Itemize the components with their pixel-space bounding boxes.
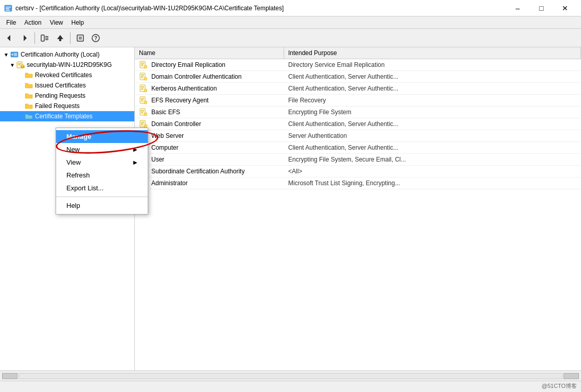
- ctx-item-help[interactable]: Help: [56, 199, 148, 212]
- maximize-button[interactable]: □: [530, 0, 553, 16]
- help-button[interactable]: ?: [89, 31, 103, 45]
- folder-icon-issued: [25, 81, 33, 90]
- svg-point-52: [144, 113, 147, 116]
- toolbar-sep-1: [34, 32, 35, 44]
- header-purpose[interactable]: Intended Purpose: [284, 47, 581, 59]
- ctx-item-export-list---[interactable]: Export List...: [56, 182, 148, 194]
- template-name: Kerberos Authentication: [151, 85, 217, 92]
- close-button[interactable]: ✕: [553, 0, 577, 16]
- header-name[interactable]: Name: [135, 47, 284, 59]
- tree-item-templates[interactable]: Certificate Templates: [0, 111, 134, 121]
- horizontal-scrollbar[interactable]: [19, 373, 562, 379]
- tree-root: ▼ Certification Authority (Local) ▼: [0, 47, 134, 123]
- up-button[interactable]: [53, 31, 67, 45]
- scrollbar-right-btn[interactable]: [564, 373, 579, 379]
- tree-item-server[interactable]: ▼ CA securitylab-WIN-1U2RD95K9G: [0, 60, 134, 70]
- ctx-item-label: Refresh: [66, 171, 90, 179]
- list-cell-name: User: [135, 154, 284, 165]
- minimize-button[interactable]: –: [506, 0, 530, 16]
- list-item[interactable]: AdministratorMicrosoft Trust List Signin…: [135, 177, 581, 189]
- template-name: Domain Controller Authentication: [151, 73, 241, 80]
- list-item[interactable]: EFS Recovery AgentFile Recovery: [135, 95, 581, 106]
- back-button[interactable]: [2, 31, 16, 45]
- ctx-item-label: Help: [66, 202, 80, 209]
- list-cell-purpose: Client Authentication, Server Authentic.…: [284, 118, 581, 130]
- list-cell-purpose: Microsoft Trust List Signing, Encrypting…: [284, 177, 581, 189]
- pending-expand: [16, 93, 25, 99]
- tree-item-pending[interactable]: Pending Requests: [0, 91, 134, 101]
- ctx-item-refresh[interactable]: Refresh: [56, 169, 148, 182]
- show-hide-button[interactable]: [38, 31, 52, 45]
- export-button[interactable]: [73, 31, 87, 45]
- template-name: User: [151, 156, 164, 163]
- templates-label: Certificate Templates: [35, 113, 93, 120]
- server-expand-icon: ▼: [8, 62, 16, 68]
- help-icon: ?: [92, 34, 100, 42]
- menu-help[interactable]: Help: [67, 18, 89, 27]
- back-icon: [5, 34, 13, 42]
- svg-rect-51: [141, 113, 143, 113]
- svg-rect-3: [6, 10, 10, 11]
- svg-point-47: [144, 101, 147, 104]
- menu-file[interactable]: File: [2, 18, 20, 27]
- forward-button[interactable]: [17, 31, 32, 45]
- svg-rect-45: [141, 100, 144, 100]
- templates-expand: [16, 114, 25, 119]
- list-item[interactable]: ComputerClient Authentication, Server Au…: [135, 142, 581, 154]
- list-item[interactable]: UserEncrypting File System, Secure Email…: [135, 154, 581, 166]
- list-cell-purpose: Directory Service Email Replication: [284, 59, 581, 70]
- template-name: EFS Recovery Agent: [151, 97, 208, 104]
- context-menu: ManageNew▶View▶RefreshExport List...Help: [56, 128, 148, 215]
- list-item[interactable]: Web ServerServer Authentication: [135, 130, 581, 142]
- svg-rect-55: [141, 123, 144, 124]
- list-cell-name: Web Server: [135, 130, 284, 141]
- tree-item-root[interactable]: ▼ Certification Authority (Local): [0, 49, 134, 60]
- svg-marker-4: [7, 35, 10, 41]
- list-item[interactable]: Domain Controller AuthenticationClient A…: [135, 71, 581, 83]
- folder-icon-pending: [25, 92, 33, 100]
- menu-view[interactable]: View: [46, 18, 67, 27]
- list-cell-name: Subordinate Certification Authority: [135, 166, 284, 177]
- svg-rect-50: [141, 112, 144, 112]
- list-cell-name: Basic EFS: [135, 106, 284, 118]
- scrollbar-left-btn[interactable]: [2, 373, 17, 379]
- list-item[interactable]: Domain ControllerClient Authentication, …: [135, 118, 581, 130]
- menu-action[interactable]: Action: [20, 18, 45, 27]
- svg-rect-11: [59, 39, 61, 41]
- svg-rect-31: [141, 65, 143, 66]
- svg-rect-41: [141, 89, 143, 90]
- ctx-item-label: Manage: [66, 133, 91, 140]
- right-panel: Name Intended Purpose Directory Email Re…: [135, 47, 581, 370]
- tree-item-revoked[interactable]: Revoked Certificates: [0, 70, 134, 80]
- list-cell-purpose: Client Authentication, Server Authentic.…: [284, 71, 581, 82]
- scroll-area: [0, 370, 581, 381]
- ctx-separator: [56, 197, 148, 197]
- template-icon: [139, 96, 147, 104]
- svg-rect-29: [141, 63, 144, 63]
- tree-item-failed[interactable]: Failed Requests: [0, 101, 134, 111]
- svg-marker-5: [24, 35, 27, 41]
- folder-icon-revoked: [25, 71, 33, 79]
- list-cell-name: Domain Controller: [135, 118, 284, 130]
- list-cell-name: Computer: [135, 142, 284, 153]
- list-cell-name: EFS Recovery Agent: [135, 95, 284, 106]
- list-item[interactable]: Basic EFSEncrypting File System: [135, 106, 581, 118]
- tree-item-issued[interactable]: Issued Certificates: [0, 80, 134, 91]
- ctx-item-new[interactable]: New▶: [56, 143, 148, 156]
- svg-rect-34: [141, 75, 144, 75]
- ctx-item-manage[interactable]: Manage: [56, 130, 148, 143]
- svg-rect-35: [141, 76, 144, 77]
- list-item[interactable]: Directory Email ReplicationDirectory Ser…: [135, 59, 581, 71]
- list-cell-name: Domain Controller Authentication: [135, 71, 284, 82]
- template-icon: [139, 120, 147, 128]
- list-cell-name: Directory Email Replication: [135, 59, 284, 70]
- ctx-item-label: View: [66, 158, 81, 166]
- failed-label: Failed Requests: [35, 102, 80, 110]
- template-name: Directory Email Replication: [151, 61, 225, 68]
- folder-icon-failed: [25, 102, 33, 110]
- list-item[interactable]: Kerberos AuthenticationClient Authentica…: [135, 83, 581, 95]
- template-name: Administrator: [151, 180, 188, 187]
- list-item[interactable]: Subordinate Certification Authority<All>: [135, 166, 581, 177]
- ctx-item-view[interactable]: View▶: [56, 156, 148, 169]
- folder-icon-templates: [25, 112, 33, 120]
